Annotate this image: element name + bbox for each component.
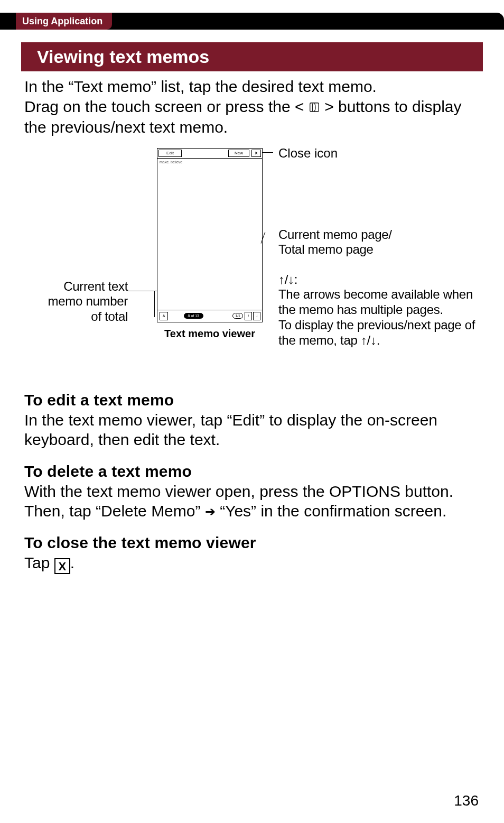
text-memo-viewer-mock: Edit New X make. believe A 8 of 13 1/1 ↑… [157, 148, 263, 322]
diagram: Edit New X make. believe A 8 of 13 1/1 ↑… [22, 148, 482, 375]
close-x-icon: X [54, 558, 70, 574]
section-tab: Using Application [16, 13, 112, 30]
manual-page: Using Application Viewing text memos In … [0, 0, 504, 823]
edit-heading: To edit a text memo [24, 391, 480, 409]
close-body: Tap X. [24, 553, 480, 575]
arrows-label: ↑/↓: The arrows become available when th… [278, 272, 479, 348]
memo-counter: 8 of 13 [184, 313, 203, 319]
section-tab-label: Using Application [22, 16, 102, 27]
leader-line [263, 152, 273, 153]
page-up-button[interactable]: ↑ [245, 312, 252, 320]
leader-line [128, 291, 157, 291]
intro-text: In the “Text memo” list, tap the desired… [24, 77, 480, 137]
close-button[interactable]: X [251, 150, 261, 157]
current-text-memo-number-label: Current textmemo numberof total [27, 279, 128, 325]
delete-body: With the text memo viewer open, press th… [24, 482, 480, 521]
arrow-right-icon: ➔ [205, 504, 216, 519]
intro-line-1: In the “Text memo” list, tap the desired… [24, 78, 377, 95]
edit-body: In the text memo viewer, tap “Edit” to d… [24, 410, 480, 450]
close-body-b: . [70, 554, 74, 571]
arrows-body-2b: . [377, 333, 380, 347]
leader-line [154, 291, 155, 317]
current-memo-page-label: Current memo page/Total memo page [278, 227, 469, 258]
close-icon-label: Close icon [278, 146, 338, 161]
close-body-a: Tap [24, 554, 54, 571]
page-number: 136 [454, 792, 479, 809]
section-heading: Viewing text memos [21, 42, 483, 71]
delete-body-b: “Yes” in the confirmation screen. [216, 502, 446, 520]
close-heading: To close the text memo viewer [24, 534, 480, 552]
viewer-header: Edit New X [157, 149, 262, 159]
viewer-footer: A 8 of 13 1/1 ↑ ↓ [157, 310, 262, 322]
new-button[interactable]: New [228, 150, 249, 157]
page-turn-icon [309, 98, 320, 118]
page-indicator: 1/1 [232, 313, 243, 319]
viewer-caption: Text memo viewer [157, 328, 263, 340]
svg-rect-0 [310, 103, 319, 112]
edit-button[interactable]: Edit [158, 150, 182, 157]
page-content: Viewing text memos In the “Text memo” li… [21, 42, 483, 574]
header-spacer [183, 149, 227, 158]
viewer-body-text: make. believe [157, 159, 262, 165]
intro-line-2a: Drag on the touch screen or press the < [24, 98, 309, 115]
top-bar: Using Application [0, 13, 504, 30]
arrows-body-1: The arrows become available when the mem… [278, 287, 473, 317]
text-size-button[interactable]: A [160, 312, 168, 320]
delete-heading: To delete a text memo [24, 463, 480, 480]
page-down-button[interactable]: ↓ [253, 312, 260, 320]
